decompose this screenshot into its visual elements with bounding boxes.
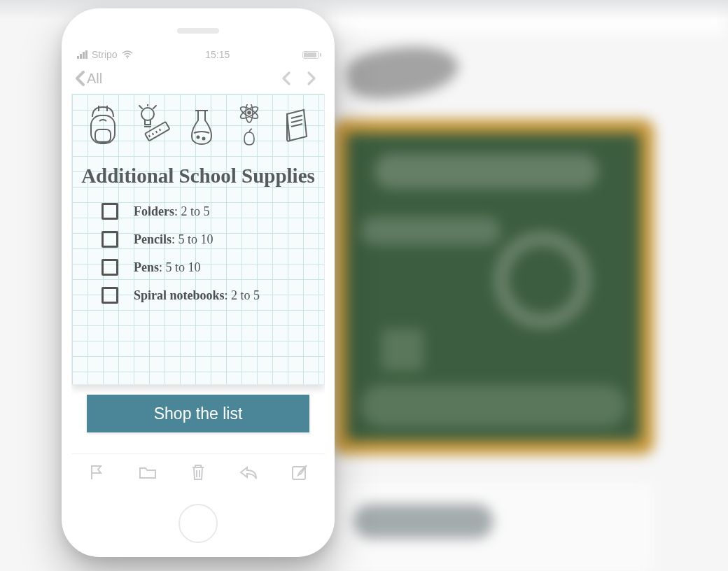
- note-title: Additional School Supplies: [78, 164, 318, 188]
- next-message-button[interactable]: [305, 69, 318, 87]
- list-item-label: Folders: 2 to 5: [134, 204, 210, 219]
- flask-icon: [186, 105, 218, 147]
- mail-nav: All: [71, 63, 325, 94]
- svg-point-3: [141, 108, 154, 120]
- folder-button[interactable]: [138, 464, 158, 481]
- shop-the-list-button[interactable]: Shop the list: [87, 395, 309, 432]
- back-button[interactable]: All: [73, 69, 102, 88]
- reply-button[interactable]: [239, 465, 258, 480]
- trash-button[interactable]: [190, 463, 206, 481]
- list-item: Folders: 2 to 5: [102, 197, 324, 225]
- mail-toolbar: [71, 453, 325, 490]
- svg-point-0: [127, 57, 128, 59]
- book-icon: [280, 106, 311, 146]
- list-item: Spiral notebooks: 2 to 5: [102, 281, 324, 309]
- checklist: Folders: 2 to 5 Pencils: 5 to 10 Pens: 5…: [72, 195, 324, 309]
- list-item-label: Pens: 5 to 10: [134, 260, 201, 275]
- doodle-row: [72, 94, 324, 150]
- checkbox-icon[interactable]: [102, 259, 118, 276]
- svg-point-5: [197, 136, 199, 139]
- list-item-label: Spiral notebooks: 2 to 5: [134, 288, 260, 303]
- flag-button[interactable]: [88, 463, 106, 481]
- atom-apple-icon: [233, 104, 265, 148]
- list-item: Pens: 5 to 10: [102, 253, 324, 281]
- email-body[interactable]: Additional School Supplies Folders: 2 to…: [71, 94, 325, 453]
- signal-icon: [77, 50, 88, 59]
- checkbox-icon[interactable]: [102, 231, 118, 248]
- notepaper-card: Additional School Supplies Folders: 2 to…: [71, 94, 325, 385]
- compose-button[interactable]: [290, 463, 309, 481]
- home-button[interactable]: [178, 504, 218, 543]
- list-item: Pencils: 5 to 10: [102, 225, 324, 253]
- phone-screen: Stripo 15:15 All: [71, 45, 325, 490]
- svg-rect-2: [95, 129, 111, 142]
- background-preview: [332, 0, 724, 571]
- back-label: All: [87, 71, 102, 87]
- carrier-label: Stripo: [92, 49, 118, 60]
- bulb-ruler-icon: [135, 104, 170, 148]
- list-item-label: Pencils: 5 to 10: [134, 232, 214, 247]
- svg-point-10: [248, 111, 251, 114]
- wifi-icon: [122, 50, 133, 59]
- checkbox-icon[interactable]: [102, 287, 118, 304]
- battery-icon: [302, 51, 319, 59]
- checkbox-icon[interactable]: [102, 203, 118, 220]
- prev-message-button[interactable]: [280, 69, 293, 87]
- status-bar: Stripo 15:15: [71, 45, 325, 63]
- backpack-icon: [85, 104, 120, 148]
- shop-button-label: Shop the list: [154, 404, 243, 423]
- phone-mockup: Stripo 15:15 All: [62, 8, 335, 557]
- svg-point-6: [202, 138, 204, 140]
- phone-speaker: [177, 28, 219, 34]
- chevron-left-icon: [73, 69, 88, 88]
- clock-label: 15:15: [205, 49, 230, 60]
